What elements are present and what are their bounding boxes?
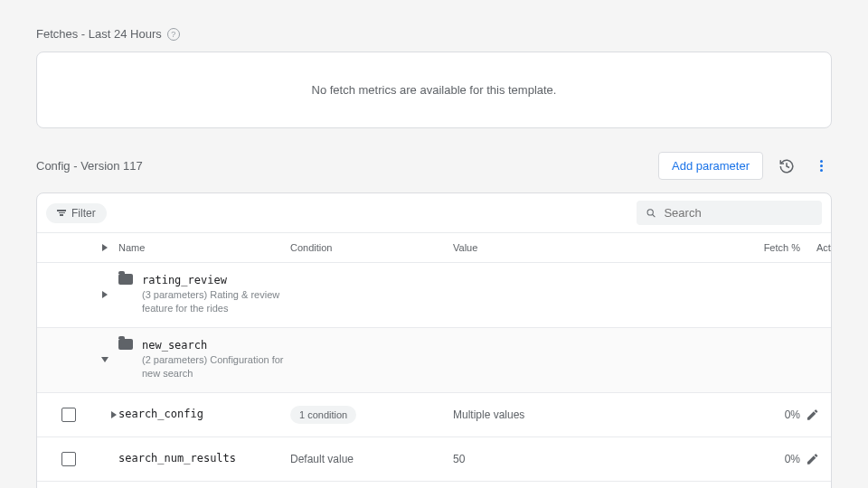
- param-value: 50: [453, 453, 742, 465]
- row-more-button[interactable]: [828, 404, 832, 426]
- row-more-button[interactable]: [827, 284, 832, 305]
- table-header: Name Condition Value Fetch % Actions: [37, 233, 831, 263]
- row-checkbox[interactable]: [61, 452, 76, 466]
- folder-icon: [118, 274, 133, 285]
- param-name: search_config: [118, 408, 203, 420]
- help-icon[interactable]: ?: [167, 28, 180, 41]
- group-desc: (2 parameters) Configuration for new sea…: [142, 353, 290, 381]
- condition-text: Default value: [290, 453, 453, 465]
- param-fetch: 0%: [742, 453, 806, 465]
- col-fetch: Fetch %: [742, 242, 806, 253]
- col-name: Name: [118, 242, 290, 253]
- row-checkbox[interactable]: [61, 408, 76, 422]
- param-fetch: 0%: [742, 408, 806, 421]
- filter-icon: [57, 210, 66, 216]
- condition-chip: 1 condition: [290, 406, 356, 424]
- param-row[interactable]: search_num_results Default value 50 0%: [37, 437, 831, 482]
- panel-toolbar: Filter: [37, 193, 831, 233]
- search-input[interactable]: [664, 206, 813, 220]
- chevron-right-icon[interactable]: [111, 411, 117, 418]
- fetches-empty-text: No fetch metrics are available for this …: [312, 83, 557, 97]
- fetches-header: Fetches - Last 24 Hours ?: [36, 27, 832, 41]
- chevron-right-icon[interactable]: [102, 291, 108, 298]
- group-name: rating_review: [142, 274, 290, 286]
- chevron-down-icon[interactable]: [101, 357, 108, 362]
- config-more-button[interactable]: [810, 155, 832, 177]
- group-row[interactable]: zombie (3 parameters) All params related…: [37, 482, 831, 488]
- history-button[interactable]: [776, 155, 797, 177]
- history-icon: [778, 158, 795, 174]
- folder-icon: [118, 339, 133, 350]
- param-name: search_num_results: [118, 452, 236, 465]
- filter-button[interactable]: Filter: [46, 203, 107, 223]
- config-panel: Filter Name Condition Value Fetch % Acti…: [36, 192, 832, 488]
- fetches-empty-card: No fetch metrics are available for this …: [36, 52, 832, 128]
- group-name: new_search: [142, 339, 290, 352]
- search-field[interactable]: [637, 201, 822, 225]
- col-actions: Actions: [806, 242, 832, 253]
- filter-label: Filter: [71, 207, 96, 220]
- svg-point-0: [647, 209, 653, 214]
- param-row[interactable]: search_config 1 condition Multiple value…: [37, 393, 831, 437]
- row-more-button[interactable]: [827, 349, 832, 371]
- svg-line-1: [653, 214, 656, 217]
- param-value: Multiple values: [453, 408, 742, 421]
- add-parameter-button[interactable]: Add parameter: [658, 152, 763, 180]
- edit-icon[interactable]: [806, 452, 819, 466]
- group-row[interactable]: new_search (2 parameters) Configuration …: [37, 328, 831, 393]
- row-more-button[interactable]: [828, 448, 832, 470]
- fetches-title: Fetches - Last 24 Hours: [36, 27, 162, 41]
- chevron-right-icon[interactable]: [102, 244, 108, 251]
- group-row[interactable]: rating_review (3 parameters) Rating & re…: [37, 263, 831, 328]
- more-vert-icon: [820, 160, 823, 172]
- col-value: Value: [453, 242, 742, 253]
- group-desc: (3 parameters) Rating & review feature f…: [142, 288, 290, 316]
- col-condition: Condition: [290, 242, 453, 253]
- config-title: Config - Version 117: [36, 159, 143, 173]
- edit-icon[interactable]: [806, 408, 819, 422]
- search-icon: [646, 207, 656, 220]
